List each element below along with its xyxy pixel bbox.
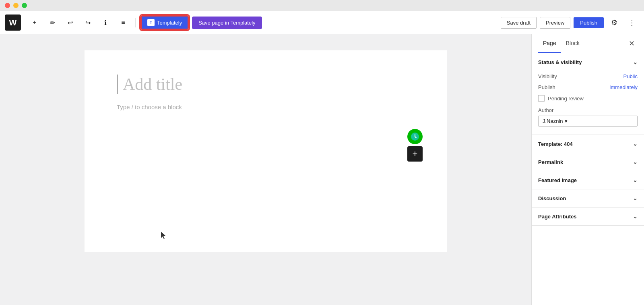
editor-title-placeholder[interactable]: Add title [117,75,415,94]
chevron-down-icon-5: ⌄ [633,213,638,220]
info-button[interactable]: ℹ [98,15,113,30]
toolbar-divider [135,18,136,27]
section-featured-image-header[interactable]: Featured image ⌄ [532,171,644,189]
section-permalink-header[interactable]: Permalink ⌄ [532,153,644,171]
visibility-value[interactable]: Public [623,73,638,79]
wp-logo-icon: W [9,18,17,27]
templately-label: Templately [157,20,182,26]
redo-button[interactable]: ↪ [80,15,95,30]
save-draft-button[interactable]: Save draft [501,17,537,29]
templately-button[interactable]: T Templately [140,15,189,30]
chevron-down-icon-2: ⌄ [633,159,638,165]
templately-icon: T [147,19,155,26]
section-status-label: Status & visibility [538,59,582,65]
section-featured-image: Featured image ⌄ [532,171,644,189]
section-template-label: Template: 404 [538,141,573,147]
visibility-label: Visibility [538,73,557,79]
more-button[interactable]: ⋮ [625,15,639,30]
chevron-up-icon: ⌃ [633,59,638,65]
pending-review-checkbox[interactable] [538,95,545,102]
save-templately-button[interactable]: Save page in Templately [192,17,262,29]
chevron-down-icon: ⌄ [633,141,638,147]
toolbar: W + ✏ ↩ ↪ ℹ ≡ T Templately Save page in … [0,11,644,34]
maximize-button[interactable] [22,3,27,8]
section-permalink: Permalink ⌄ [532,153,644,171]
tab-page[interactable]: Page [538,34,561,53]
window-chrome [0,0,644,11]
edit-button[interactable]: ✏ [45,15,60,30]
sidebar-close-button[interactable]: ✕ [625,37,638,50]
section-discussion: Discussion ⌄ [532,189,644,207]
editor-canvas[interactable]: Add title Type / to choose a block + [85,50,447,252]
content-area: Add title Type / to choose a block + [0,34,644,305]
wp-logo[interactable]: W [5,15,21,31]
section-page-attributes-header[interactable]: Page Attributes ⌄ [532,207,644,225]
author-select[interactable]: J.Naznin ▾ [538,116,638,127]
chevron-down-icon-3: ⌄ [633,177,638,183]
app: W + ✏ ↩ ↪ ℹ ≡ T Templately Save page in … [0,11,644,305]
minimize-button[interactable] [13,3,19,8]
section-permalink-label: Permalink [538,159,563,165]
settings-button[interactable]: ⚙ [607,15,621,30]
section-status-content: Visibility Public Publish Immediately Pe… [532,71,644,135]
grammarly-button[interactable] [407,129,423,144]
section-status-header[interactable]: Status & visibility ⌃ [532,53,644,71]
chevron-down-icon-4: ⌄ [633,195,638,201]
visibility-row: Visibility Public [538,71,638,82]
sidebar: Page Block ✕ Status & visibility ⌃ Visib… [531,34,644,305]
publish-row: Publish Immediately [538,82,638,93]
section-featured-image-label: Featured image [538,177,577,183]
section-status-visibility: Status & visibility ⌃ Visibility Public … [532,53,644,135]
publish-label: Publish [538,84,555,90]
tab-block[interactable]: Block [561,34,584,53]
close-button[interactable] [5,3,10,8]
section-template-header[interactable]: Template: 404 ⌄ [532,135,644,153]
section-page-attributes-label: Page Attributes [538,214,577,220]
sidebar-header: Page Block ✕ [532,34,644,53]
editor: Add title Type / to choose a block + [0,34,531,305]
toolbar-right: Save draft Preview Publish ⚙ ⋮ [501,15,639,30]
menu-button[interactable]: ≡ [116,15,130,30]
author-value: J.Naznin [543,118,563,124]
author-chevron-icon: ▾ [565,118,568,124]
add-block-float-button[interactable]: + [407,146,423,162]
section-discussion-header[interactable]: Discussion ⌄ [532,189,644,207]
publish-value[interactable]: Immediately [609,84,638,90]
editor-content-placeholder[interactable]: Type / to choose a block [117,104,415,110]
publish-button[interactable]: Publish [574,17,604,28]
author-row: Author J.Naznin ▾ [538,104,638,128]
section-template: Template: 404 ⌄ [532,135,644,153]
section-page-attributes: Page Attributes ⌄ [532,207,644,226]
add-block-button[interactable]: + [27,15,42,30]
author-label: Author [538,107,638,113]
section-discussion-label: Discussion [538,195,566,201]
preview-button[interactable]: Preview [540,17,570,29]
pending-label: Pending review [548,95,584,102]
undo-button[interactable]: ↩ [63,15,77,30]
pending-row: Pending review [538,93,638,104]
